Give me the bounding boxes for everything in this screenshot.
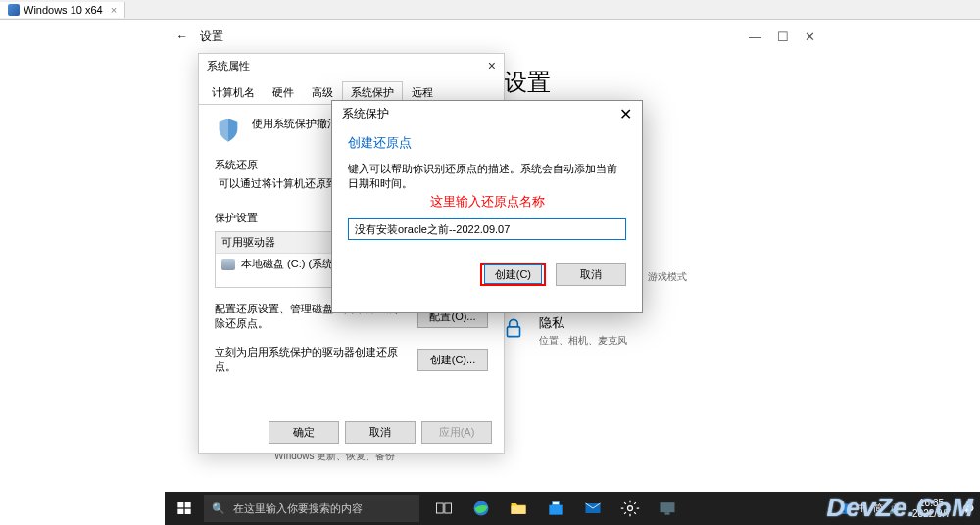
vm-tab-label: Windows 10 x64 [24, 4, 103, 16]
create-text: 立刻为启用系统保护的驱动器创建还原点。 [215, 345, 408, 374]
clock-time: 16:35 [912, 498, 951, 508]
create-button[interactable]: 创建(C)... [417, 349, 488, 371]
svg-rect-14 [437, 503, 444, 513]
create-button-highlight: 创建(C) [480, 263, 546, 286]
svg-rect-18 [549, 505, 562, 515]
protect-desc: 键入可以帮助你识别还原点的描述。系统会自动添加当前日期和时间。 [348, 162, 626, 191]
vm-taskbar-icon[interactable] [649, 492, 686, 525]
svg-rect-22 [661, 502, 675, 512]
drive-icon [221, 259, 235, 270]
tray-volume-icon[interactable]: 🔊 [889, 503, 901, 514]
mail-icon[interactable] [574, 492, 612, 525]
settings-heading: 设置 [488, 67, 784, 98]
search-placeholder: 在这里输入你要搜索的内容 [233, 501, 363, 516]
restore-point-name-input[interactable] [348, 218, 626, 240]
protect-create-button[interactable]: 创建(C) [484, 264, 542, 284]
protect-close-icon[interactable]: ✕ [619, 105, 632, 123]
vm-tab-close-icon[interactable]: × [111, 4, 117, 16]
vm-tab-bar: Windows 10 x64 × [0, 0, 980, 20]
desktop: ← 设置 — ☐ ✕ 设置 机Android 设备和 iPhone 用默认应用、… [0, 20, 980, 492]
system-protection-popup: 系统保护 ✕ 创建还原点 键入可以帮助你识别还原点的描述。系统会自动添加当前日期… [331, 100, 643, 313]
svg-rect-19 [553, 501, 560, 504]
shield-icon [215, 117, 242, 144]
svg-rect-11 [185, 502, 191, 507]
taskbar: 🔍 在这里输入你要搜索的内容 ˄ 👤 中 简 🔊 16:35 2022/9/7 … [165, 492, 980, 525]
category-privacy[interactable]: 隐私位置、相机、麦克风 [494, 309, 784, 353]
drive-row-label: 本地磁盘 (C:) (系统) [241, 257, 337, 271]
protect-titlebar: 系统保护 ✕ [332, 101, 642, 126]
protect-title-text: 系统保护 [342, 106, 619, 122]
start-button[interactable] [165, 492, 204, 525]
svg-rect-15 [445, 503, 452, 513]
tab-computer-name[interactable]: 计算机名 [203, 81, 264, 104]
close-icon[interactable]: ✕ [805, 29, 815, 44]
tray-ime-2[interactable]: 简 [873, 501, 883, 515]
svg-rect-10 [177, 502, 183, 507]
search-icon: 🔍 [212, 502, 225, 515]
taskbar-search[interactable]: 🔍 在这里输入你要搜索的内容 [204, 495, 419, 522]
sysprops-close-icon[interactable]: × [488, 58, 496, 73]
svg-rect-23 [665, 512, 670, 515]
svg-rect-12 [177, 509, 183, 514]
create-restore-point-link: 创建还原点 [348, 134, 626, 152]
explorer-icon[interactable] [500, 492, 537, 525]
settings-titlebar: ← 设置 — ☐ ✕ [165, 22, 823, 51]
notification-icon[interactable]: 💬 [962, 503, 974, 514]
task-view-icon[interactable] [425, 492, 463, 525]
protect-cancel-button[interactable]: 取消 [556, 263, 626, 286]
vm-icon [8, 4, 20, 16]
sysprops-titlebar: 系统属性 × [199, 54, 504, 77]
settings-taskbar-icon[interactable] [612, 492, 649, 525]
red-annotation: 这里输入还原点名称 [348, 193, 626, 211]
settings-title: 设置 [200, 28, 223, 45]
back-icon[interactable]: ← [172, 29, 192, 43]
ok-button[interactable]: 确定 [269, 421, 339, 444]
tray-chevron-icon[interactable]: ˄ [828, 502, 834, 515]
vm-tab[interactable]: Windows 10 x64 × [0, 2, 125, 18]
svg-rect-13 [185, 509, 191, 514]
svg-point-21 [628, 506, 633, 511]
edge-icon[interactable] [463, 492, 500, 525]
tray-people-icon[interactable]: 👤 [840, 503, 852, 514]
tab-hardware[interactable]: 硬件 [264, 81, 303, 104]
cancel-button[interactable]: 取消 [345, 421, 416, 444]
store-icon[interactable] [537, 492, 574, 525]
clock-date: 2022/9/7 [912, 508, 951, 519]
svg-rect-17 [512, 506, 526, 514]
minimize-icon[interactable]: — [749, 29, 761, 44]
svg-rect-9 [508, 327, 520, 337]
apply-button[interactable]: 应用(A) [421, 421, 492, 444]
tray-ime-1[interactable]: 中 [858, 501, 867, 515]
maximize-icon[interactable]: ☐ [777, 29, 789, 44]
taskbar-clock[interactable]: 16:35 2022/9/7 [906, 498, 956, 519]
sysprops-title-text: 系统属性 [207, 59, 488, 73]
windows-icon [176, 501, 192, 516]
system-tray: ˄ 👤 中 简 🔊 16:35 2022/9/7 💬 [828, 492, 980, 525]
